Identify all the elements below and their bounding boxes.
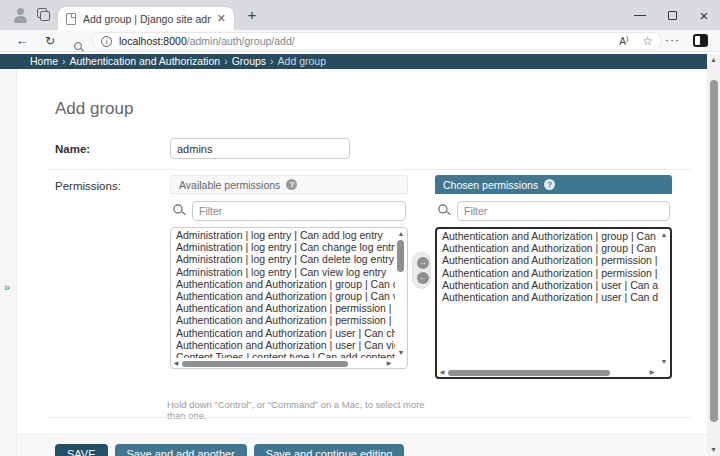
chosen-horizontal-scrollbar[interactable]: ◀ ▶ bbox=[437, 368, 670, 377]
available-permissions-select[interactable]: Administration | log entry | Can add log… bbox=[170, 227, 408, 369]
available-permissions-list: Administration | log entry | Can add log… bbox=[171, 229, 395, 358]
page-scrollbar-thumb[interactable] bbox=[710, 80, 718, 422]
scroll-right-icon[interactable]: ▶ bbox=[384, 359, 394, 368]
form-row-divider bbox=[47, 169, 692, 170]
search-icon[interactable] bbox=[68, 30, 88, 52]
permission-option[interactable]: Authentication and Authorization | group… bbox=[171, 278, 395, 290]
scroll-right-icon[interactable]: ▶ bbox=[647, 368, 657, 377]
back-icon[interactable]: ← bbox=[12, 30, 32, 52]
permission-option[interactable]: Authentication and Authorization | permi… bbox=[171, 302, 395, 314]
maximize-button[interactable] bbox=[656, 0, 688, 30]
chosen-permissions-header: Chosen permissions ? bbox=[435, 175, 672, 194]
add-selected-icon[interactable]: → bbox=[417, 257, 429, 269]
breadcrumb-separator: › bbox=[220, 55, 232, 67]
permissions-field-label: Permissions: bbox=[55, 180, 121, 192]
form-row-divider bbox=[47, 417, 692, 418]
address-bar[interactable]: i localhost:8000/admin/auth/group/add/ A… bbox=[92, 32, 662, 50]
scrollbar-thumb[interactable] bbox=[397, 240, 404, 272]
scrollbar-thumb[interactable] bbox=[182, 361, 348, 367]
chosen-filter-input[interactable] bbox=[457, 201, 670, 221]
breadcrumb-link[interactable]: Home bbox=[30, 55, 58, 67]
url-text: localhost:8000/admin/auth/group/add/ bbox=[119, 35, 605, 47]
close-window-button[interactable]: × bbox=[688, 0, 720, 30]
sidebar-toggle-icon[interactable]: » bbox=[4, 281, 10, 293]
chosen-permissions-select[interactable]: Authentication and Authorization | group… bbox=[435, 227, 672, 379]
scroll-left-icon[interactable]: ◀ bbox=[437, 368, 447, 377]
site-info-icon[interactable]: i bbox=[101, 36, 112, 47]
chosen-vertical-scrollbar[interactable]: ▲ ▼ bbox=[658, 229, 670, 368]
available-permissions-header: Available permissions ? bbox=[170, 175, 408, 194]
browser-menu-icon[interactable]: ··· bbox=[665, 30, 680, 52]
scroll-down-icon[interactable]: ▼ bbox=[658, 356, 670, 368]
permission-option[interactable]: Authentication and Authorization | user … bbox=[171, 327, 395, 339]
maximize-icon bbox=[668, 11, 677, 20]
main-content: Add group Name: Permissions: Available p… bbox=[17, 69, 707, 456]
selector-chooser: → ← bbox=[412, 252, 431, 289]
new-tab-button[interactable]: + bbox=[243, 6, 261, 24]
breadcrumb-separator: › bbox=[266, 55, 278, 67]
permission-option[interactable]: Authentication and Authorization | user … bbox=[437, 279, 658, 291]
breadcrumb-link[interactable]: Authentication and Authorization bbox=[70, 55, 221, 67]
permission-option[interactable]: Administration | log entry | Can view lo… bbox=[171, 266, 395, 278]
page-viewport: Home›Authentication and Authorization›Gr… bbox=[0, 52, 720, 456]
page-title: Add group bbox=[55, 99, 133, 119]
permission-option[interactable]: Authentication and Authorization | group… bbox=[437, 230, 658, 242]
name-field-label: Name: bbox=[55, 143, 90, 155]
close-tab-icon[interactable]: ✕ bbox=[217, 12, 226, 25]
sidebar-panel-icon[interactable] bbox=[693, 34, 708, 47]
available-horizontal-scrollbar[interactable]: ◀ ▶ bbox=[171, 359, 407, 368]
scroll-up-icon[interactable]: ▲ bbox=[707, 54, 720, 66]
refresh-icon[interactable]: ↻ bbox=[40, 30, 60, 52]
available-filter-input[interactable] bbox=[192, 201, 406, 221]
permission-option[interactable]: Content Types | content type | Can add c… bbox=[171, 351, 395, 358]
filter-search-icon bbox=[173, 204, 183, 214]
permission-option[interactable]: Administration | log entry | Can change … bbox=[171, 241, 395, 253]
remove-selected-icon[interactable]: ← bbox=[417, 272, 429, 284]
tab-strip: Add group | Django site admin ✕ + — × bbox=[0, 0, 720, 30]
scroll-up-icon[interactable]: ▲ bbox=[658, 229, 670, 241]
permission-option[interactable]: Administration | log entry | Can delete … bbox=[171, 253, 395, 265]
nav-sidebar-collapsed: » bbox=[0, 69, 17, 456]
available-filter-row bbox=[170, 201, 408, 221]
workspaces-icon[interactable] bbox=[37, 8, 51, 22]
name-input[interactable] bbox=[170, 138, 350, 159]
scroll-left-icon[interactable]: ◀ bbox=[171, 359, 181, 368]
profile-avatar-icon[interactable] bbox=[12, 7, 29, 24]
breadcrumb: Home›Authentication and Authorization›Gr… bbox=[0, 54, 707, 69]
permission-option[interactable]: Authentication and Authorization | group… bbox=[171, 290, 395, 302]
browser-tab[interactable]: Add group | Django site admin ✕ bbox=[58, 7, 234, 30]
scroll-down-icon[interactable]: ▼ bbox=[395, 347, 407, 359]
save-button[interactable]: SAVE bbox=[55, 444, 108, 456]
breadcrumb-link[interactable]: Groups bbox=[232, 55, 266, 67]
scroll-down-icon[interactable]: ▼ bbox=[707, 444, 720, 456]
permission-option[interactable]: Authentication and Authorization | user … bbox=[437, 291, 658, 303]
permission-option[interactable]: Administration | log entry | Can add log… bbox=[171, 229, 395, 241]
tab-title: Add group | Django site admin bbox=[83, 13, 211, 25]
page-scrollbar[interactable]: ▲ ▼ bbox=[707, 54, 720, 456]
url-host: localhost:8000 bbox=[119, 35, 187, 47]
chosen-permissions-column: Chosen permissions ? Authentication and … bbox=[435, 175, 672, 194]
permission-option[interactable]: Authentication and Authorization | permi… bbox=[171, 314, 395, 326]
window-controls: — × bbox=[624, 0, 720, 30]
help-icon[interactable]: ? bbox=[286, 179, 297, 190]
favorite-star-icon[interactable]: ☆ bbox=[642, 34, 653, 48]
breadcrumb-separator: › bbox=[58, 55, 70, 67]
save-and-add-another-button[interactable]: Save and add another bbox=[115, 444, 247, 456]
save-and-continue-editing-button[interactable]: Save and continue editing bbox=[254, 444, 405, 456]
available-vertical-scrollbar[interactable]: ▲ ▼ bbox=[395, 228, 407, 359]
scroll-up-icon[interactable]: ▲ bbox=[395, 228, 407, 240]
permission-option[interactable]: Authentication and Authorization | permi… bbox=[437, 254, 658, 266]
minimize-button[interactable]: — bbox=[624, 0, 656, 30]
browser-toolbar: ← ↻ i localhost:8000/admin/auth/group/ad… bbox=[0, 30, 720, 52]
permission-option[interactable]: Authentication and Authorization | user … bbox=[171, 339, 395, 351]
help-icon[interactable]: ? bbox=[544, 179, 555, 190]
scrollbar-thumb[interactable] bbox=[448, 370, 610, 376]
chosen-permissions-list: Authentication and Authorization | group… bbox=[437, 230, 658, 367]
breadcrumb-current: Add group bbox=[278, 55, 326, 67]
browser-window: Add group | Django site admin ✕ + — × ← … bbox=[0, 0, 720, 456]
available-permissions-column: Available permissions ? Administration |… bbox=[170, 175, 408, 194]
permission-option[interactable]: Authentication and Authorization | permi… bbox=[437, 267, 658, 279]
chosen-filter-row bbox=[435, 201, 672, 221]
permission-option[interactable]: Authentication and Authorization | group… bbox=[437, 242, 658, 254]
read-aloud-icon[interactable]: A bbox=[619, 36, 628, 47]
